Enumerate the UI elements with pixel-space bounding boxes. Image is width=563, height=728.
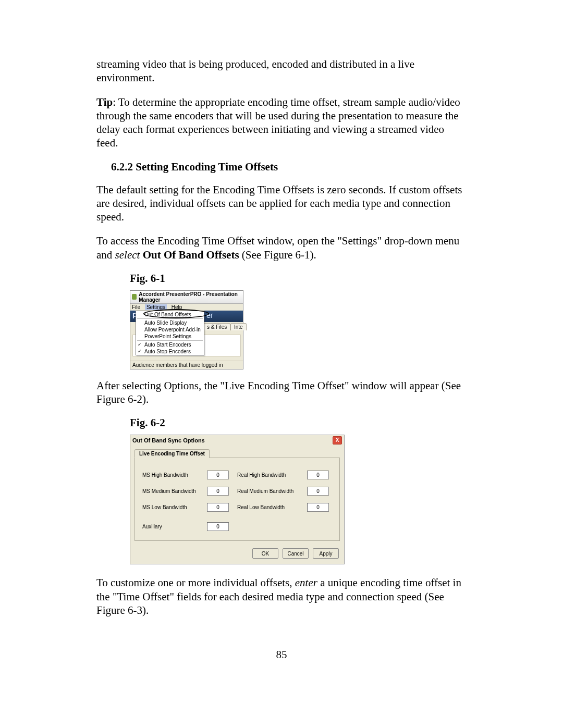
tab-files[interactable]: s & Files	[203, 323, 230, 330]
brand-right: er	[206, 311, 213, 319]
paragraph: To customize one or more individual offs…	[96, 576, 467, 617]
label-ms-med: MS Medium Bandwidth	[142, 488, 200, 494]
figure-6-2: Out Of Band Sync Options X Live Encoding…	[130, 435, 345, 564]
text: (See Figure 6-1).	[239, 249, 316, 261]
menu-item-auto-stop[interactable]: Auto Stop Encoders	[136, 348, 204, 355]
cancel-button[interactable]: Cancel	[283, 548, 309, 559]
text: To customize one or more individual offs…	[96, 576, 295, 589]
dialog-title: Out Of Band Sync Options	[132, 437, 205, 443]
label-ms-low: MS Low Bandwidth	[142, 504, 200, 510]
label-ms-high: MS High Bandwidth	[142, 472, 200, 478]
menu-bar: File Settings Help	[130, 304, 243, 311]
settings-dropdown: Out Of Band Offsets Auto Slide Display A…	[136, 311, 204, 355]
close-icon[interactable]: X	[333, 436, 342, 445]
label-real-high: Real High Bandwidth	[237, 472, 300, 478]
ok-button[interactable]: OK	[252, 548, 278, 559]
text-italic: select	[115, 249, 140, 261]
paragraph: streaming video that is being produced, …	[96, 57, 467, 85]
audience-label: Audience members that have logged in	[130, 361, 243, 369]
menu-help[interactable]: Help	[172, 304, 182, 310]
menu-item-oob-offsets[interactable]: Out Of Band Offsets	[136, 311, 204, 318]
label-auxiliary: Auxiliary	[142, 524, 200, 529]
text-bold: Out Of Band Offsets	[140, 249, 239, 261]
tab-live-encoding[interactable]: Live Encoding Time Offset	[134, 449, 210, 458]
figure-caption: Fig. 6-1	[130, 272, 467, 285]
paragraph: To access the Encoding Time Offset windo…	[96, 234, 467, 262]
tab-inte[interactable]: Inte	[230, 323, 247, 330]
field-real-low[interactable]	[307, 503, 329, 512]
tab-strip: Live Encoding Time Offset	[130, 446, 344, 458]
dialog-panel: MS High Bandwidth Real High Bandwidth MS…	[134, 458, 340, 541]
window-title: Accordent PresenterPRO - Presentation Ma…	[139, 291, 241, 303]
tip-label: Tip	[96, 96, 113, 108]
menu-item-ppt-settings[interactable]: PowerPoint Settings	[136, 333, 204, 340]
figure-6-1: Accordent PresenterPRO - Presentation Ma…	[130, 290, 243, 369]
tip-body: : To determine the appropriate encoding …	[96, 96, 460, 150]
apply-button[interactable]: Apply	[313, 548, 339, 559]
menu-item-auto-start[interactable]: Auto Start Encoders	[136, 341, 204, 348]
field-auxiliary[interactable]	[207, 522, 229, 531]
paragraph: The default setting for the Encoding Tim…	[96, 183, 467, 224]
section-heading: 6.2.2 Setting Encoding Time Offsets	[111, 161, 467, 174]
dialog-titlebar: Out Of Band Sync Options X	[130, 435, 344, 446]
label-real-low: Real Low Bandwidth	[237, 504, 300, 510]
paragraph-tip: Tip: To determine the appropriate encodi…	[96, 95, 467, 150]
field-ms-med[interactable]	[207, 487, 229, 496]
label-real-med: Real Medium Bandwidth	[237, 488, 300, 494]
paragraph: After selecting Options, the "Live Encod…	[96, 379, 467, 406]
window-titlebar: Accordent PresenterPRO - Presentation Ma…	[130, 291, 243, 304]
field-real-high[interactable]	[307, 471, 329, 479]
dialog-buttons: OK Cancel Apply	[130, 545, 344, 564]
page-number: 85	[96, 648, 467, 661]
field-ms-high[interactable]	[207, 471, 229, 479]
text-italic: enter	[295, 576, 317, 589]
field-ms-low[interactable]	[207, 503, 229, 512]
menu-file[interactable]: File	[132, 304, 140, 310]
menu-item-auto-slide[interactable]: Auto Slide Display	[136, 319, 204, 326]
field-real-med[interactable]	[307, 487, 329, 496]
figure-caption: Fig. 6-2	[130, 416, 467, 429]
menu-item-allow-addin[interactable]: Allow Powerpoint Add-in	[136, 326, 204, 333]
menu-settings[interactable]: Settings	[145, 304, 167, 310]
app-icon	[132, 294, 137, 300]
